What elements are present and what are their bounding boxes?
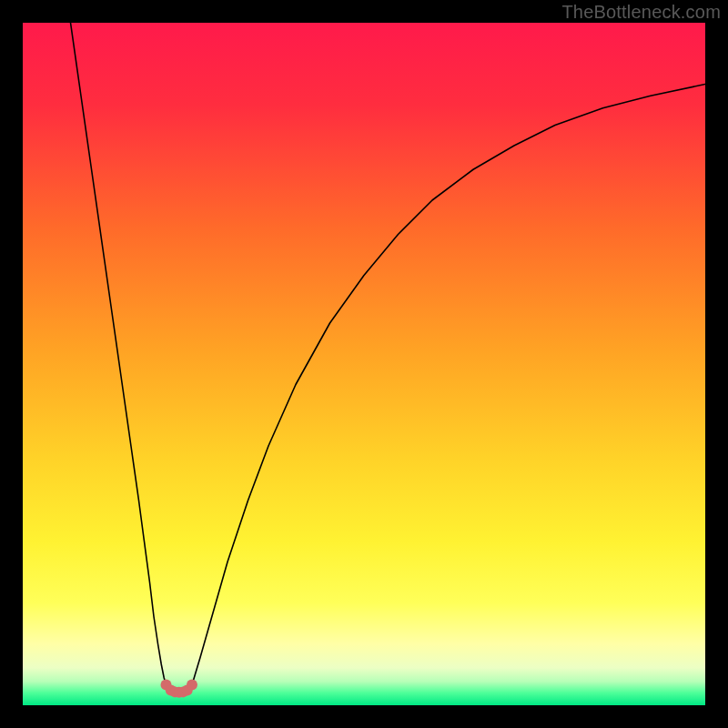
- chart-container: TheBottleneck.com: [0, 0, 728, 728]
- minimum-marker: [187, 680, 197, 691]
- watermark-text: TheBottleneck.com: [561, 2, 721, 23]
- gradient-background: [23, 23, 705, 705]
- plot-area: [23, 23, 705, 705]
- chart-svg: [23, 23, 705, 705]
